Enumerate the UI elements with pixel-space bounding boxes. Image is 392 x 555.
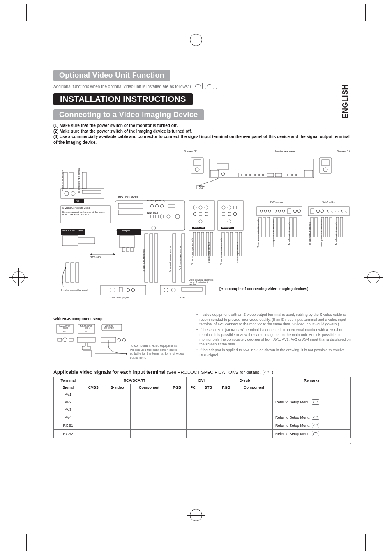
diagram-example-caption: [An example of connecting video imaging … [219,287,309,291]
th-dsub: D-sub [217,377,273,384]
svg-rect-109 [278,217,280,237]
label-power-cord: Power cord [199,185,208,190]
label-set-top-box: Set-Top Box [322,201,336,204]
rgb-caption: To component video equipments. Please us… [130,344,187,359]
trailing-paren: ( [53,439,351,444]
svg-rect-119 [340,217,343,237]
label-to-svideo-output: To S-video output terminal [179,246,182,270]
intro-close: ) [216,84,217,89]
bullet-icon: • [196,313,198,327]
remark-rgb2: Refer to Setup Menu. [275,432,311,436]
svg-rect-27 [82,190,101,193]
svg-point-101 [332,210,334,212]
label-dvd-component-out2: To component output terminals [273,219,275,247]
svg-rect-106 [263,217,265,237]
th-signal: Signal [54,384,83,391]
svg-rect-86 [257,207,302,216]
svg-rect-141 [83,350,91,357]
svg-rect-75 [182,234,185,282]
label-dvd-component-out: To component output terminals [257,219,260,247]
svg-point-5 [323,168,327,172]
svg-point-40 [167,215,170,218]
svg-point-121 [105,289,107,291]
label-to-composite-output: To composite output terminal [169,246,172,272]
th-rca: RCA/SCART [83,377,186,384]
svg-rect-117 [330,217,332,237]
label-sizes: (32") (42") [90,256,101,259]
svg-point-17 [262,174,264,176]
bullet-icon: • [196,328,198,347]
signal-table: Terminal RCA/SCART DVI D-sub Remarks Sig… [53,377,351,438]
svg-text:RGB 1/DVD 2: RGB 1/DVD 2 [104,327,114,329]
svg-rect-130 [182,287,202,291]
instruction-2: (2) Make sure that the power switch of t… [53,129,351,134]
label-to-audio-in-av2: To audio input terminals [208,242,210,264]
label-svideo-tip: Use if the video equipment has an S vide… [189,279,214,286]
svg-point-126 [131,288,135,292]
th-pc: PC [186,384,200,391]
label-vtr-2: VTR [180,296,185,299]
svg-point-87 [260,210,263,212]
label-adaptor: Adaptor [122,229,130,232]
svg-rect-63 [78,238,95,244]
label-input-scart: INPUT (AV5) SCART [118,196,138,198]
svg-text:PC: PC [85,331,87,333]
svg-point-134 [63,338,67,342]
registration-mark-icon [190,509,202,521]
svg-rect-19 [275,173,282,177]
svg-point-47 [193,212,196,216]
svg-rect-65 [122,248,125,252]
svg-point-2 [195,168,199,172]
label-stb-component-out: To component output terminals [321,219,323,247]
label-no-both-plugs: Do not connect both plugs at the same ti… [62,211,108,216]
th-terminal: Terminal [54,377,83,384]
connection-diagram: Speaker (R) Monitor rear panel Speaker (… [53,147,351,312]
th-component: Component [131,384,168,391]
svg-rect-116 [325,217,328,237]
svg-rect-68 [66,263,69,282]
th-remarks-blank [273,384,351,391]
svg-point-92 [282,210,285,212]
svg-point-128 [164,288,168,292]
svg-point-52 [222,206,225,209]
svg-point-13 [245,174,247,176]
registration-mark-icon [12,271,25,283]
svg-point-44 [193,206,196,209]
svg-point-57 [233,212,237,216]
svg-point-94 [293,210,297,213]
svg-rect-10 [304,170,313,177]
svg-point-91 [278,210,281,212]
svg-point-123 [113,289,115,291]
svg-rect-1 [194,160,201,166]
remark-av4: Refer to Setup Menu. [275,415,311,419]
svg-rect-43 [189,201,214,230]
th-svideo: S-video [104,384,131,391]
svg-point-37 [150,215,154,218]
svg-rect-82 [226,232,228,256]
label-to-component-in-av2: To component input terminals [191,238,194,265]
svg-point-95 [297,210,301,213]
svg-point-55 [222,212,225,216]
svg-point-129 [171,288,175,292]
registration-mark-icon [190,34,202,46]
svg-point-34 [150,204,154,207]
section-install: INSTALLATION INSTRUCTIONS [53,93,193,105]
svg-rect-66 [127,248,129,252]
row-av2: AV2 [54,398,83,406]
label-speaker-l: Speaker (L) [337,150,350,153]
svg-rect-96 [308,207,349,216]
svg-rect-8 [217,163,228,170]
svg-rect-110 [282,217,284,237]
svg-point-54 [233,206,237,209]
svg-point-39 [160,215,164,218]
svg-point-122 [109,289,111,291]
page-ref-icon [312,399,319,405]
svg-point-56 [228,212,231,216]
svg-rect-30 [82,172,86,189]
svg-rect-32 [118,203,143,208]
th-rgb: RGB [168,384,186,391]
page-ref-icon [312,415,319,420]
row-av3: AV3 [54,406,83,413]
registration-mark-icon [367,271,380,283]
label-speaker-r: Speaker (R) [184,150,197,153]
